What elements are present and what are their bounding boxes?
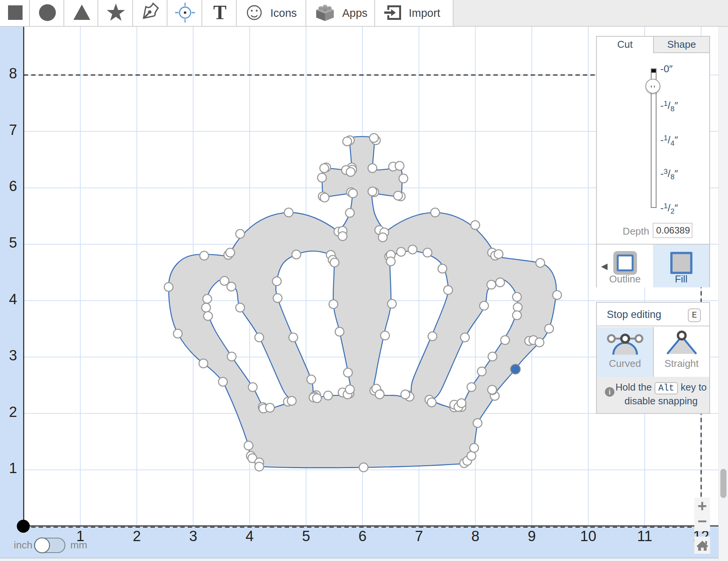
svg-text:3: 3 — [9, 347, 17, 363]
svg-text:7: 7 — [9, 122, 17, 138]
svg-text:4: 4 — [245, 528, 253, 544]
svg-text:3: 3 — [189, 528, 197, 544]
svg-text:T: T — [213, 2, 227, 23]
svg-text:inch: inch — [14, 539, 32, 551]
svg-text:9: 9 — [528, 528, 536, 544]
svg-text:1: 1 — [9, 460, 17, 476]
svg-text:2: 2 — [133, 528, 141, 544]
svg-text:mm: mm — [70, 539, 87, 551]
svg-text:6: 6 — [359, 528, 367, 544]
svg-text:4: 4 — [9, 291, 17, 307]
svg-text:10: 10 — [580, 528, 596, 544]
svg-text:8: 8 — [471, 528, 479, 544]
svg-text:7: 7 — [415, 528, 423, 544]
svg-text:5: 5 — [9, 235, 17, 251]
svg-text:2: 2 — [9, 404, 17, 420]
svg-text:8: 8 — [9, 65, 17, 81]
svg-text:6: 6 — [9, 178, 17, 194]
svg-text:11: 11 — [637, 528, 652, 544]
svg-text:5: 5 — [302, 528, 310, 544]
